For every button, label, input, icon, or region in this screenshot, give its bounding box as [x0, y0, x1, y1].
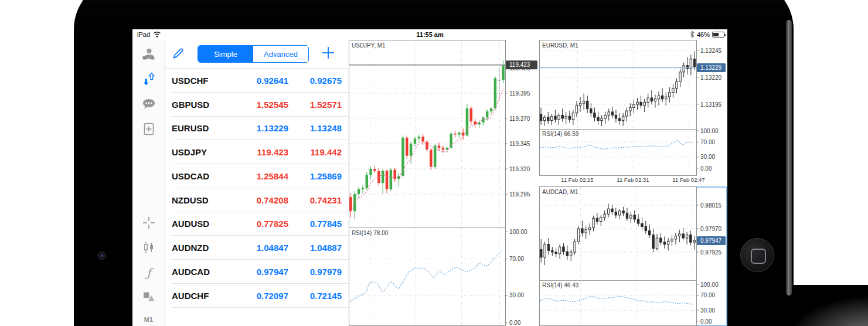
svg-text:70.00: 70.00	[509, 256, 524, 262]
svg-text:30.00: 30.00	[509, 292, 524, 298]
svg-text:100.00: 100.00	[509, 229, 527, 235]
svg-text:119.320: 119.320	[509, 166, 530, 172]
timeframe-label[interactable]: M1	[132, 316, 165, 323]
quote-bid: 119.423	[230, 147, 288, 157]
chart-symbol-label: EURUSD, M1	[542, 42, 578, 49]
quote-bid: 0.92641	[230, 76, 288, 86]
home-button[interactable]	[740, 238, 774, 272]
chart-eurusd[interactable]: 1.132451.132201.13195100.0070.0030.000.0…	[539, 40, 727, 185]
chat-bubble-icon	[141, 97, 156, 114]
quote-symbol: AUDNZD	[165, 243, 230, 253]
eurusd-chart-canvas[interactable]: 1.132451.132201.13195100.0070.0030.000.0…	[539, 40, 727, 185]
app-screen: iPad 11:55 am 46%	[132, 29, 727, 326]
quote-row[interactable]: USDJPY119.423119.442	[165, 140, 349, 164]
svg-text:0.00: 0.00	[700, 165, 712, 172]
quote-row[interactable]: GBPUSD1.525451.52571	[165, 93, 349, 117]
crosshair-icon	[141, 215, 156, 233]
clock: 11:55 am	[416, 31, 443, 38]
quote-row[interactable]: NZDUSD0.742080.74231	[165, 188, 349, 212]
view-mode-segmented-control: Simple Advanced	[198, 45, 309, 63]
sidebar-item-objects[interactable]	[132, 287, 165, 307]
svg-text:0.97925: 0.97925	[700, 249, 722, 256]
edit-button[interactable]	[170, 46, 186, 63]
quote-row[interactable]: EURUSD1.132291.13248	[165, 117, 349, 141]
quote-row[interactable]: AUDNZD1.048471.04887	[165, 236, 349, 260]
usdjpy-chart-canvas[interactable]: 119.420119.395119.370119.345119.320119.2…	[349, 40, 539, 326]
quote-bid: 1.25844	[230, 171, 288, 181]
quotes-list: USDCHF0.926410.92675GBPUSD1.525451.52571…	[165, 68, 349, 308]
quote-ask: 1.04887	[288, 243, 349, 253]
wifi-icon	[153, 30, 161, 39]
battery-icon	[712, 32, 724, 38]
quote-bid: 0.74208	[230, 195, 288, 205]
quote-symbol: USDJPY	[165, 147, 230, 157]
quote-symbol: AUDUSD	[165, 219, 230, 229]
sidebar-item-quotes[interactable]	[132, 70, 165, 90]
svg-text:0.00: 0.00	[509, 320, 521, 326]
time-axis-label: 11 Feb 02:31	[617, 176, 649, 183]
rsi-indicator-label: RSI(14) 46.43	[542, 282, 578, 288]
ipad-trading-screenshot: iPad 11:55 am 46%	[0, 0, 868, 326]
rsi-indicator-label: RSI(14) 78.00	[352, 230, 388, 236]
add-symbol-button[interactable]	[319, 45, 337, 63]
sidebar-item-chat[interactable]	[132, 96, 165, 116]
svg-text:0.98015: 0.98015	[700, 202, 722, 209]
status-bar: iPad 11:55 am 46%	[132, 29, 727, 40]
front-camera	[98, 252, 106, 260]
quote-ask: 0.72145	[288, 291, 349, 301]
quote-row[interactable]: USDCHF0.926410.92675	[165, 69, 349, 93]
quote-ask: 119.442	[288, 147, 349, 157]
plus-icon	[321, 45, 336, 63]
svg-text:119.345: 119.345	[509, 141, 530, 147]
quote-ask: 0.77845	[288, 219, 349, 229]
rsi-indicator-label: RSI(14) 66.59	[542, 131, 578, 137]
svg-text:0.97947: 0.97947	[700, 237, 722, 244]
time-axis-label: 11 Feb 02:15	[561, 176, 593, 183]
shapes-icon	[141, 288, 156, 306]
quote-symbol: USDCAD	[165, 171, 230, 181]
sidebar-item-chart-type[interactable]	[132, 239, 165, 259]
quote-symbol: USDCHF	[165, 76, 230, 86]
time-axis-label: 11 Feb 02:47	[672, 176, 704, 183]
quote-symbol: EURUSD	[165, 123, 230, 133]
quote-bid: 1.52545	[230, 100, 288, 110]
sidebar-item-new-order[interactable]	[132, 120, 165, 140]
audcad-chart-canvas[interactable]: 0.980150.979700.97925100.0070.0030.000.0…	[539, 186, 727, 326]
quote-bid: 0.77825	[230, 219, 288, 229]
svg-text:1.13245: 1.13245	[700, 47, 722, 54]
quote-bid: 0.72097	[230, 291, 288, 301]
svg-text:100.00: 100.00	[700, 281, 719, 288]
quote-ask: 1.52571	[288, 100, 349, 110]
tab-simple[interactable]: Simple	[198, 46, 253, 62]
chart-symbol-label: USDJPY, M1	[352, 42, 386, 49]
tab-advanced[interactable]: Advanced	[253, 46, 308, 62]
quote-ask: 0.92675	[288, 76, 349, 86]
sidebar-rail: ƒ M1	[132, 40, 165, 326]
quote-symbol: GBPUSD	[165, 100, 230, 110]
quotes-panel: Simple Advanced USDCHF0.926410.92675GBPU…	[165, 40, 349, 326]
quote-row[interactable]: AUDCHF0.720970.72145	[165, 284, 349, 308]
svg-text:30.00: 30.00	[700, 154, 715, 160]
ipad-side-edge	[786, 20, 792, 296]
battery-percent: 46%	[697, 31, 710, 38]
chart-symbol-label: AUDCAD, M1	[542, 189, 578, 195]
quote-bid: 1.13229	[230, 123, 288, 133]
quotes-header: Simple Advanced	[165, 40, 349, 68]
quote-bid: 0.97947	[230, 267, 288, 277]
quote-row[interactable]: USDCAD1.258441.25869	[165, 164, 349, 188]
quote-row[interactable]: AUDCAD0.979470.97979	[165, 260, 349, 284]
sidebar-item-crosshair[interactable]	[132, 214, 165, 234]
chart-usdjpy[interactable]: 119.420119.395119.370119.345119.320119.2…	[349, 40, 539, 326]
up-down-arrows-icon	[141, 72, 156, 89]
chart-audcad[interactable]: 0.980150.979700.97925100.0070.0030.000.0…	[539, 186, 727, 326]
sidebar-item-accounts[interactable]	[132, 46, 165, 66]
svg-text:1.13229: 1.13229	[700, 64, 722, 71]
quote-symbol: AUDCHF	[165, 291, 230, 301]
candlestick-icon	[141, 240, 156, 257]
quote-row[interactable]: AUDUSD0.778250.77845	[165, 212, 349, 236]
sidebar-item-indicators[interactable]: ƒ	[132, 263, 165, 283]
quote-symbol: NZDUSD	[165, 195, 230, 205]
svg-text:70.00: 70.00	[700, 292, 715, 298]
svg-text:70.00: 70.00	[700, 139, 715, 145]
svg-text:0.00: 0.00	[700, 318, 712, 325]
